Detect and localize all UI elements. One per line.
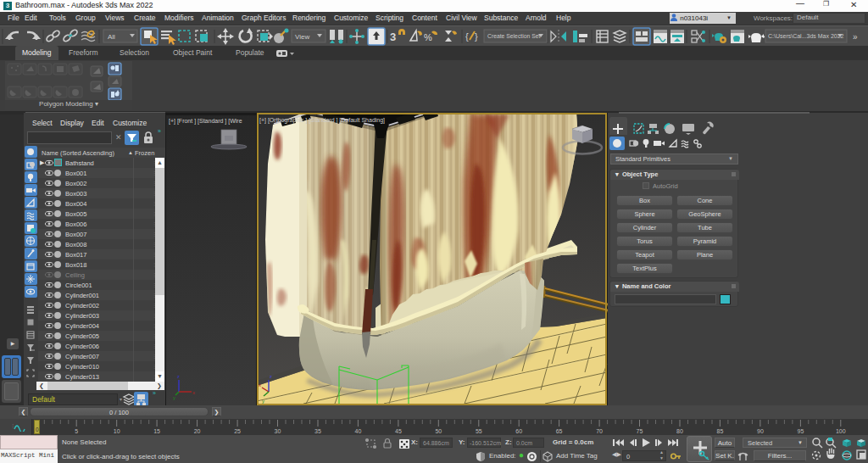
- svg-text:30: 30: [275, 428, 281, 434]
- svg-text:»: »: [853, 32, 858, 42]
- svg-text:y: y: [262, 399, 264, 404]
- svg-text:y: y: [173, 395, 175, 400]
- svg-text:85: 85: [717, 428, 724, 434]
- svg-text:Create Selection Set: Create Selection Set: [487, 33, 540, 39]
- svg-text:75: 75: [637, 428, 643, 434]
- svg-text:All: All: [108, 33, 115, 41]
- svg-text:3: 3: [390, 31, 396, 43]
- svg-text:15: 15: [153, 428, 160, 434]
- svg-text:40: 40: [355, 428, 362, 434]
- svg-text:{: {: [465, 31, 469, 42]
- svg-text:x: x: [192, 390, 195, 395]
- svg-text:95: 95: [798, 428, 804, 434]
- svg-text:80: 80: [676, 428, 683, 434]
- svg-text:}: }: [475, 31, 478, 42]
- svg-text:45: 45: [395, 428, 402, 434]
- svg-text:100: 100: [836, 428, 846, 434]
- svg-text:x: x: [259, 382, 261, 388]
- svg-text:C:\Users\Cal...3ds Max 2022: C:\Users\Cal...3ds Max 2022: [768, 33, 844, 39]
- svg-text:90: 90: [757, 428, 764, 434]
- svg-text:20: 20: [194, 428, 201, 434]
- svg-text:55: 55: [476, 428, 482, 434]
- svg-text:[+] [Orthographic ] [Standard: [+] [Orthographic ] [Standard ] [Default…: [259, 117, 385, 124]
- svg-text:5: 5: [75, 428, 78, 434]
- svg-text:10: 10: [114, 428, 120, 434]
- svg-text:60: 60: [515, 428, 522, 434]
- svg-text:25: 25: [234, 428, 241, 434]
- svg-text:35: 35: [314, 428, 321, 434]
- svg-text:65: 65: [556, 428, 563, 434]
- svg-text:z: z: [177, 374, 180, 379]
- svg-text:%: %: [424, 32, 432, 42]
- svg-text:[+] [Front ] [Standard ] [Wire: [+] [Front ] [Standard ] [Wire: [169, 118, 242, 125]
- svg-text:70: 70: [596, 428, 603, 434]
- svg-text:View: View: [295, 33, 309, 41]
- svg-text:z: z: [270, 374, 272, 379]
- svg-text:50: 50: [435, 428, 442, 434]
